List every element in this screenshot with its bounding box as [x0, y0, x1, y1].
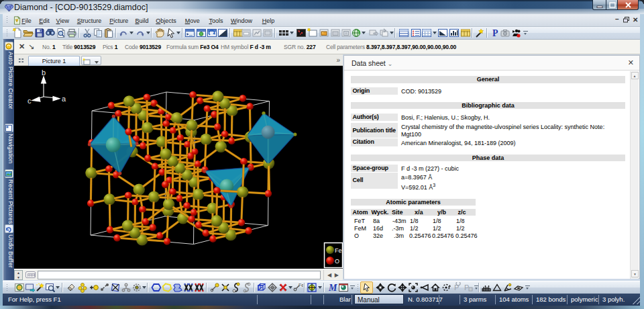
svg-text:M: M [328, 283, 337, 293]
svg-text:Fe: Fe [335, 247, 342, 254]
svg-text:b: b [42, 69, 46, 77]
svg-text:P: P [464, 283, 469, 292]
svg-text:O: O [335, 258, 339, 265]
svg-text:Fe: Fe [299, 283, 303, 288]
svg-text:c: c [28, 97, 32, 105]
svg-text:a: a [62, 95, 66, 103]
svg-text:P: P [492, 28, 498, 38]
